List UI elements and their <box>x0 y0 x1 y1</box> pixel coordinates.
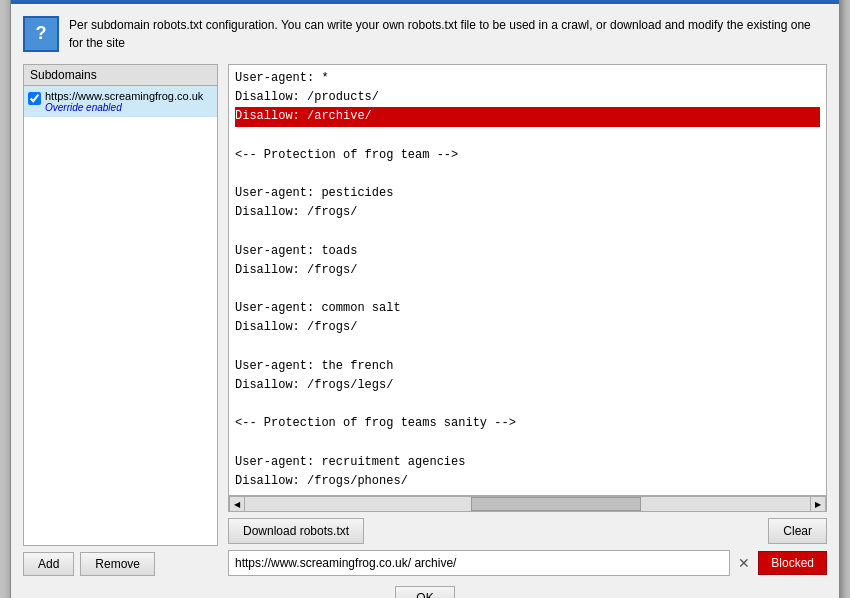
subdomains-list[interactable]: https://www.screamingfrog.co.uk Override… <box>23 85 218 546</box>
download-robots-button[interactable]: Download robots.txt <box>228 518 364 544</box>
info-text: Per subdomain robots.txt configuration. … <box>69 16 827 52</box>
robots-content[interactable]: User-agent: *Disallow: /products/Disallo… <box>229 65 826 495</box>
ok-row: OK <box>23 586 827 598</box>
scroll-track[interactable] <box>245 497 810 511</box>
url-test-row: ✕ Blocked <box>228 550 827 576</box>
scroll-left-arrow[interactable]: ◀ <box>229 496 245 512</box>
blocked-button[interactable]: Blocked <box>758 551 827 575</box>
scroll-right-arrow[interactable]: ▶ <box>810 496 826 512</box>
url-test-input[interactable] <box>228 550 730 576</box>
text-editor-panel: User-agent: *Disallow: /products/Disallo… <box>228 64 827 576</box>
subdomain-item[interactable]: https://www.screamingfrog.co.uk Override… <box>24 86 217 117</box>
horizontal-scrollbar[interactable]: ◀ ▶ <box>228 496 827 512</box>
ok-button[interactable]: OK <box>395 586 454 598</box>
add-button[interactable]: Add <box>23 552 74 576</box>
subdomain-info: https://www.screamingfrog.co.uk Override… <box>45 90 203 113</box>
subdomain-url: https://www.screamingfrog.co.uk <box>45 90 203 102</box>
editor-bottom-row: Download robots.txt Clear <box>228 518 827 544</box>
subdomain-override: Override enabled <box>45 102 203 113</box>
info-row: ? Per subdomain robots.txt configuration… <box>23 16 827 52</box>
subdomains-panel: Subdomains https://www.screamingfrog.co.… <box>23 64 218 576</box>
subdomains-label: Subdomains <box>23 64 218 85</box>
subdomain-checkbox[interactable] <box>28 92 41 105</box>
clear-button[interactable]: Clear <box>768 518 827 544</box>
scroll-thumb[interactable] <box>471 497 641 511</box>
main-content: Subdomains https://www.screamingfrog.co.… <box>23 64 827 576</box>
custom-robots-dialog: 🐸 Custom Robots Configuration ✕ ? Per su… <box>10 0 840 598</box>
dialog-body: ? Per subdomain robots.txt configuration… <box>11 4 839 598</box>
subdomain-buttons: Add Remove <box>23 552 218 576</box>
url-clear-button[interactable]: ✕ <box>734 555 754 571</box>
remove-button[interactable]: Remove <box>80 552 155 576</box>
text-area-container[interactable]: User-agent: *Disallow: /products/Disallo… <box>228 64 827 496</box>
info-icon: ? <box>23 16 59 52</box>
